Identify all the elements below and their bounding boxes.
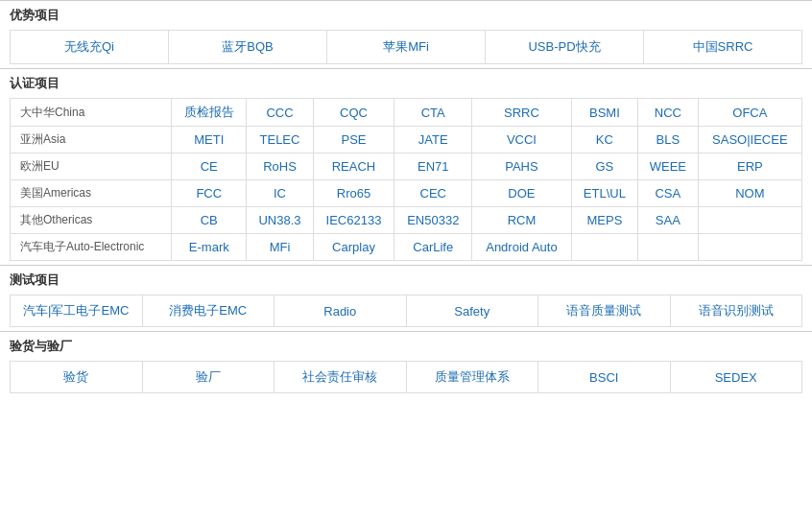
advantage-title: 优势项目 [10,7,802,24]
advantage-item-3[interactable]: USB-PD快充 [486,31,644,63]
cert-auto-4[interactable]: Android Auto [472,234,572,261]
cert-row-americas: 美国Americas FCC IC Rro65 CEC DOE ETL\UL C… [11,180,802,207]
certification-title: 认证项目 [10,75,802,92]
testing-title: 测试项目 [10,272,802,289]
test-item-5[interactable]: 语音识别测试 [671,295,802,326]
inspection-section: 验货与验厂 验货 验厂 社会责任审核 质量管理体系 BSCI SEDEX [0,331,812,397]
inspection-title: 验货与验厂 [10,338,802,355]
cert-auto-0[interactable]: E-mark [172,234,247,261]
cert-eu-7[interactable]: ERP [698,154,801,180]
insp-row: 验货 验厂 社会责任审核 质量管理体系 BSCI SEDEX [10,361,802,393]
cert-asia-4[interactable]: VCCI [472,127,572,154]
cert-auto-2[interactable]: Carplay [313,234,394,261]
insp-item-2[interactable]: 社会责任审核 [275,362,407,392]
cert-row-auto: 汽车电子Auto-Electronic E-mark MFi Carplay C… [11,234,802,261]
insp-item-3[interactable]: 质量管理体系 [407,362,539,392]
cert-eu-6[interactable]: WEEE [638,154,699,180]
insp-item-1[interactable]: 验厂 [143,362,275,392]
advantage-item-2[interactable]: 苹果MFi [327,31,486,63]
cert-row-china: 大中华China 质检报告 CCC CQC CTA SRRC BSMI NCC … [11,99,802,127]
cert-asia-2[interactable]: PSE [313,127,394,154]
cert-label-china: 大中华China [11,99,172,127]
test-row: 汽车|军工电子EMC 消费电子EMC Radio Safety 语音质量测试 语… [10,295,802,327]
cert-other-4[interactable]: RCM [472,207,572,234]
cert-eu-0[interactable]: CE [172,154,247,180]
cert-china-3[interactable]: SRRC [472,99,572,127]
cert-row-asia: 亚洲Asia METI TELEC PSE JATE VCCI KC BLS S… [11,127,802,154]
cert-auto-6 [638,234,699,261]
certification-section: 认证项目 大中华China 质检报告 CCC CQC CTA SRRC BSMI… [0,68,812,265]
insp-item-4[interactable]: BSCI [538,362,671,392]
cert-other-0[interactable]: CB [172,207,247,234]
cert-asia-5[interactable]: KC [571,127,637,154]
cert-americas-7[interactable]: NOM [698,180,801,207]
cert-americas-1[interactable]: IC [247,180,313,207]
cert-row-eu: 欧洲EU CE RoHS REACH EN71 PAHS GS WEEE ERP [11,154,802,180]
cert-americas-5[interactable]: ETL\UL [571,180,637,207]
cert-other-6[interactable]: SAA [638,207,699,234]
cert-americas-6[interactable]: CSA [638,180,699,207]
cert-asia-6[interactable]: BLS [638,127,699,154]
cert-asia-7[interactable]: SASO|IECEE [698,127,801,154]
cert-other-1[interactable]: UN38.3 [247,207,313,234]
insp-item-0[interactable]: 验货 [11,362,143,392]
cert-row-other: 其他Othericas CB UN38.3 IEC62133 EN50332 R… [11,207,802,234]
cert-eu-1[interactable]: RoHS [247,154,313,180]
cert-china-4[interactable]: BSMI [571,99,637,127]
advantage-section: 优势项目 无线充Qi 蓝牙BQB 苹果MFi USB-PD快充 中国SRRC [0,0,812,68]
cert-asia-3[interactable]: JATE [394,127,472,154]
cert-table: 大中华China 质检报告 CCC CQC CTA SRRC BSMI NCC … [10,98,802,261]
cert-auto-5 [571,234,637,261]
cert-label-eu: 欧洲EU [11,154,172,180]
test-item-0[interactable]: 汽车|军工电子EMC [11,295,143,326]
advantage-row: 无线充Qi 蓝牙BQB 苹果MFi USB-PD快充 中国SRRC [10,30,802,64]
cert-asia-1[interactable]: TELEC [247,127,313,154]
advantage-item-1[interactable]: 蓝牙BQB [169,31,327,63]
cert-china-1[interactable]: CQC [313,99,394,127]
cert-china-5[interactable]: NCC [638,99,699,127]
cert-label-other: 其他Othericas [11,207,172,234]
test-item-3[interactable]: Safety [407,295,539,326]
cert-auto-1[interactable]: MFi [247,234,313,261]
cert-eu-3[interactable]: EN71 [394,154,472,180]
advantage-item-4[interactable]: 中国SRRC [644,31,801,63]
cert-china-sublabel[interactable]: 质检报告 [172,99,247,127]
cert-other-3[interactable]: EN50332 [394,207,472,234]
cert-eu-5[interactable]: GS [571,154,637,180]
cert-auto-7 [698,234,801,261]
cert-eu-2[interactable]: REACH [313,154,394,180]
cert-other-2[interactable]: IEC62133 [313,207,394,234]
cert-label-asia: 亚洲Asia [11,127,172,154]
advantage-item-0[interactable]: 无线充Qi [11,31,169,63]
cert-china-2[interactable]: CTA [394,99,472,127]
test-item-4[interactable]: 语音质量测试 [538,295,671,326]
cert-china-0[interactable]: CCC [247,99,313,127]
cert-americas-2[interactable]: Rro65 [313,180,394,207]
cert-other-5[interactable]: MEPS [571,207,637,234]
cert-other-7 [698,207,801,234]
cert-auto-3[interactable]: CarLife [394,234,472,261]
cert-china-6[interactable]: OFCA [698,99,801,127]
cert-americas-4[interactable]: DOE [472,180,572,207]
cert-label-americas: 美国Americas [11,180,172,207]
test-item-1[interactable]: 消费电子EMC [143,295,275,326]
testing-section: 测试项目 汽车|军工电子EMC 消费电子EMC Radio Safety 语音质… [0,265,812,331]
cert-label-auto: 汽车电子Auto-Electronic [11,234,172,261]
insp-item-5[interactable]: SEDEX [671,362,802,392]
cert-americas-0[interactable]: FCC [172,180,247,207]
cert-asia-0[interactable]: METI [172,127,247,154]
test-item-2[interactable]: Radio [275,295,407,326]
cert-americas-3[interactable]: CEC [394,180,472,207]
cert-eu-4[interactable]: PAHS [472,154,572,180]
